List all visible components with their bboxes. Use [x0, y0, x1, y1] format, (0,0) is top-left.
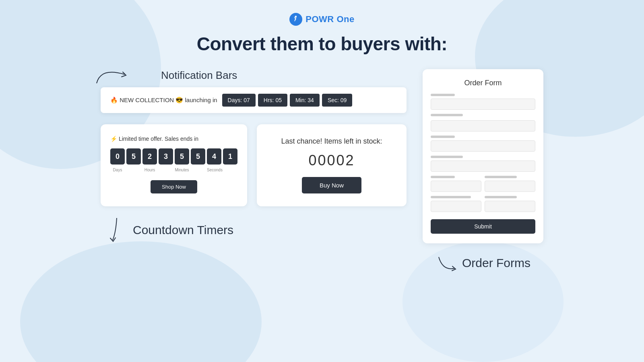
form-label-3	[431, 136, 455, 138]
order-arrow-svg	[435, 253, 459, 273]
form-label-5	[431, 176, 455, 178]
header: POWR One	[289, 13, 354, 26]
shop-now-button[interactable]: Shop Now	[151, 180, 197, 193]
content-area: Notification Bars 🔥 NEW COLLECTION 😎 lau…	[101, 69, 543, 273]
form-input-8[interactable]	[485, 201, 535, 212]
form-field-6	[431, 176, 481, 192]
form-field-4	[431, 136, 535, 152]
label-hours-1	[159, 168, 173, 172]
main-heading: Convert them to buyers with:	[197, 33, 447, 55]
logo-text: POWR One	[305, 14, 354, 25]
digit-1: 1	[223, 148, 237, 165]
label-minutes-0: Minutes	[175, 168, 189, 172]
label-hours-0: Hours	[142, 168, 157, 172]
form-label-1	[431, 94, 455, 96]
form-input-6[interactable]	[485, 181, 535, 192]
form-field-2	[431, 114, 535, 116]
notif-badge-min: Min: 34	[290, 94, 320, 107]
order-form-title: Order Form	[431, 79, 535, 87]
timer1-title: ⚡ Limited time offer. Sales ends in	[110, 136, 237, 142]
page-container: POWR One Convert them to buyers with: No…	[0, 0, 644, 362]
notification-label-row: Notification Bars	[101, 69, 407, 82]
label-days-1	[126, 168, 141, 172]
countdown-card-2: Last chance! Items left in stock: 00002 …	[257, 124, 407, 206]
form-input-5[interactable]	[431, 181, 481, 192]
form-label-2	[431, 114, 463, 116]
notification-arrow-svg	[93, 63, 133, 87]
countdown-card-1: ⚡ Limited time offer. Sales ends in 0 5 …	[101, 124, 247, 206]
digit-2: 2	[142, 148, 157, 165]
form-input-2[interactable]	[431, 120, 535, 132]
form-label-4	[431, 156, 463, 158]
form-label-6	[485, 176, 517, 178]
form-input-1[interactable]	[431, 99, 535, 110]
digit-5: 5	[126, 148, 141, 165]
timer-row: ⚡ Limited time offer. Sales ends in 0 5 …	[101, 124, 407, 206]
left-section: Notification Bars 🔥 NEW COLLECTION 😎 lau…	[101, 69, 407, 273]
countdown-label-row: Countdown Timers	[101, 216, 407, 244]
form-label-7	[431, 196, 471, 198]
svg-point-1	[295, 16, 297, 17]
digit-5b: 5	[175, 148, 189, 165]
timer1-digits: 0 5 2 3 5 5 4 1	[110, 148, 237, 165]
timer1-labels: DaysHoursMinutesSeconds	[110, 168, 237, 172]
form-row-2	[431, 196, 535, 216]
notification-bar: 🔥 NEW COLLECTION 😎 launching in Days: 07…	[101, 87, 407, 113]
right-section: Order Form	[423, 69, 543, 273]
form-field-1	[431, 94, 535, 110]
label-days-0: Days	[110, 168, 125, 172]
notification-countdown: Days: 07 Hrs: 05 Min: 34 Sec: 09	[222, 94, 353, 107]
logo-icon	[289, 13, 302, 26]
form-input-3[interactable]	[431, 140, 535, 152]
countdown-timers-label: Countdown Timers	[133, 223, 233, 237]
last-chance-text: Last chance! Items left in stock:	[281, 137, 382, 146]
form-field-5	[431, 156, 535, 172]
notification-bar-text: 🔥 NEW COLLECTION 😎 launching in	[110, 97, 217, 104]
order-forms-label: Order Forms	[462, 256, 530, 270]
digit-5c: 5	[191, 148, 205, 165]
order-forms-label-row: Order Forms	[423, 253, 543, 273]
form-label-8	[485, 196, 517, 198]
countdown-arrow-svg	[105, 216, 129, 244]
form-field-3	[431, 120, 535, 132]
label-seconds-1	[223, 168, 237, 172]
form-field-9	[485, 196, 535, 212]
form-field-7	[485, 176, 535, 192]
notification-bars-label: Notification Bars	[161, 69, 237, 82]
form-row-1	[431, 176, 535, 196]
digit-3: 3	[159, 148, 173, 165]
label-minutes-1	[191, 168, 205, 172]
notif-badge-days: Days: 07	[222, 94, 256, 107]
buy-now-button[interactable]: Buy Now	[302, 177, 361, 193]
digit-4: 4	[207, 148, 221, 165]
order-form-card: Order Form	[423, 69, 543, 243]
notif-badge-hrs: Hrs: 05	[258, 94, 287, 107]
form-field-8	[431, 196, 481, 212]
form-input-4[interactable]	[431, 160, 535, 172]
form-input-7[interactable]	[431, 201, 481, 212]
submit-button[interactable]: Submit	[431, 219, 535, 234]
notif-badge-sec: Sec: 09	[322, 94, 352, 107]
digit-0: 0	[110, 148, 125, 165]
label-seconds-0: Seconds	[207, 168, 221, 172]
stock-number: 00002	[308, 152, 355, 169]
